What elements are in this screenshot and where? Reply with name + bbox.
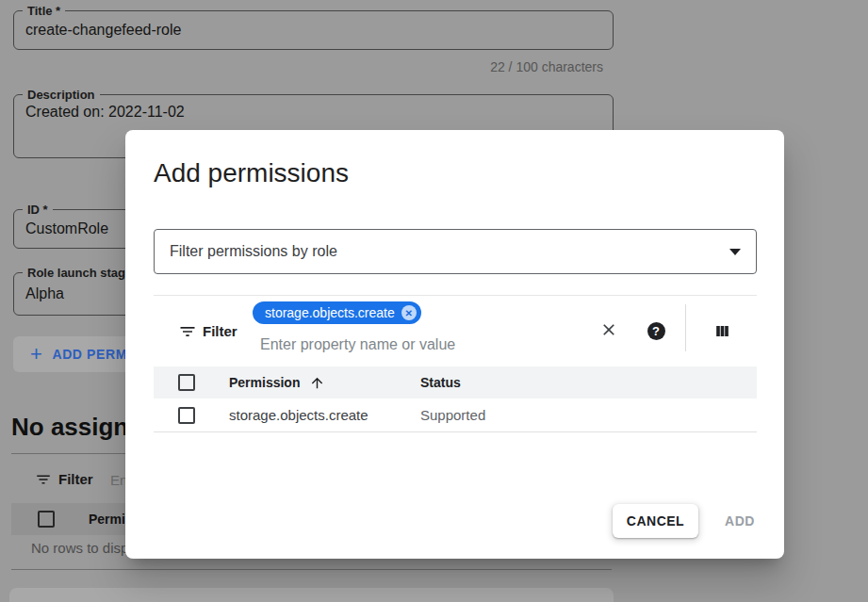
bg-bottom-section xyxy=(9,588,614,602)
character-counter: 22 / 100 characters xyxy=(13,59,603,74)
table-row[interactable]: storage.objects.create Supported xyxy=(154,399,757,432)
row-checkbox[interactable] xyxy=(178,399,195,431)
dialog-filter-label: Filter xyxy=(203,323,237,339)
column-header-permission[interactable]: Permission xyxy=(229,366,325,399)
sort-ascending-icon xyxy=(309,375,325,391)
dialog-table-header: Permission Status xyxy=(154,366,757,399)
description-field-label: Description xyxy=(23,88,100,102)
divider xyxy=(685,304,686,351)
title-field-label: Title * xyxy=(23,4,65,18)
column-display-icon[interactable] xyxy=(712,320,732,341)
help-icon[interactable]: ? xyxy=(646,320,666,341)
role-launch-stage-label: Role launch stage xyxy=(23,266,137,280)
filter-chip[interactable]: storage.objects.create ✕ xyxy=(253,301,421,324)
cancel-button[interactable]: CANCEL xyxy=(613,504,698,538)
select-all-checkbox[interactable] xyxy=(178,366,195,399)
screen: Title * create-changefeed-role 22 / 100 … xyxy=(0,0,868,602)
divider xyxy=(154,295,757,296)
chevron-down-icon xyxy=(729,249,741,255)
filter-list-icon xyxy=(35,471,52,488)
add-button[interactable]: ADD xyxy=(710,504,770,538)
row-status-cell: Supported xyxy=(420,399,485,431)
filter-list-icon xyxy=(178,322,197,341)
bg-filter-label: Filter xyxy=(58,471,93,487)
plus-icon: + xyxy=(30,345,42,364)
row-permission-cell: storage.objects.create xyxy=(229,399,368,431)
title-field-value: create-changefeed-role xyxy=(14,11,613,49)
column-header-status[interactable]: Status xyxy=(420,366,461,399)
bg-select-all-checkbox xyxy=(38,511,55,528)
filter-chip-text: storage.objects.create xyxy=(265,305,395,320)
role-select-placeholder: Filter permissions by role xyxy=(170,243,337,260)
chip-remove-icon[interactable]: ✕ xyxy=(401,305,417,320)
id-field-label: ID * xyxy=(23,203,53,217)
dialog-title: Add permissions xyxy=(154,158,349,188)
title-field: Title * create-changefeed-role xyxy=(13,10,614,50)
divider xyxy=(11,569,612,570)
add-permissions-dialog: Add permissions Filter permissions by ro… xyxy=(125,130,784,559)
filter-permissions-by-role-select[interactable]: Filter permissions by role xyxy=(154,229,757,274)
filter-input[interactable]: Enter property name or value xyxy=(260,336,455,353)
clear-filter-button[interactable] xyxy=(598,318,620,341)
